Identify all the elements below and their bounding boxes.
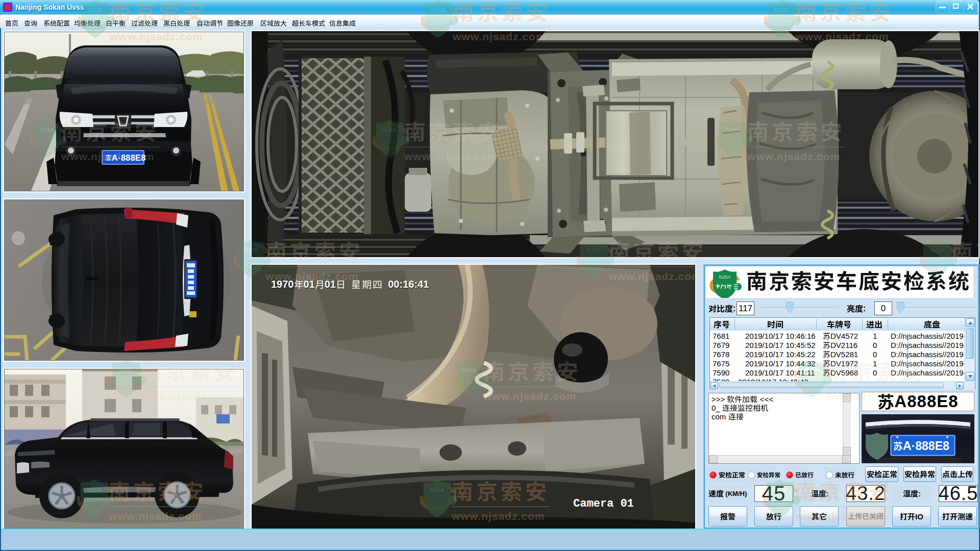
svg-text:NJSA: NJSA [719,274,730,280]
